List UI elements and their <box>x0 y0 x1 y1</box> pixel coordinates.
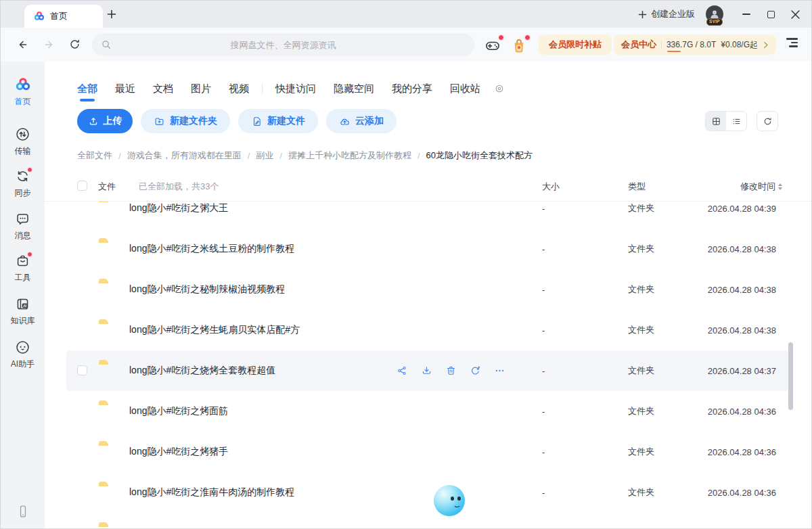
table-row[interactable]: long隐小#吃街之粥大王 <box>45 202 811 229</box>
file-type: 文件夹 <box>628 202 654 214</box>
file-modified: 2026.04.28 04:38 <box>708 285 776 295</box>
file-name[interactable]: long隐小#吃街之烤面筋 <box>129 405 228 417</box>
sidebar-item-label: 消息 <box>15 230 31 242</box>
category-tab[interactable]: 全部 <box>77 83 97 95</box>
tab-home[interactable]: 首页 <box>24 5 103 28</box>
member-center-button[interactable]: 会员中心 336.7G / 8.0T ¥0.08/G起 <box>614 34 776 55</box>
grid-view-button[interactable] <box>706 112 726 131</box>
list-view-button[interactable] <box>726 112 746 131</box>
file-name[interactable]: long隐小#吃街之烤猪手 <box>129 446 228 458</box>
column-type[interactable]: 类型 <box>628 181 646 193</box>
category-tab[interactable]: 文档 <box>153 83 173 95</box>
category-tab[interactable]: 我的分享 <box>392 83 432 95</box>
share-icon[interactable] <box>397 365 408 377</box>
cloud-add-button[interactable]: 云添加 <box>326 109 397 133</box>
new-file-icon <box>251 116 263 127</box>
menu-icon[interactable] <box>786 38 798 47</box>
tab-settings-icon[interactable] <box>494 83 505 94</box>
table-row[interactable]: long隐小#吃街之烤猪手 <box>45 432 811 472</box>
row-actions <box>397 365 505 377</box>
file-modified: 2026.04.28 04:38 <box>708 244 776 254</box>
sidebar-item-messages[interactable]: 消息 <box>1 211 45 242</box>
refresh-button[interactable] <box>757 111 778 131</box>
sidebar-item-sync[interactable]: 同步 <box>1 168 45 199</box>
sidebar-item-transfer[interactable]: 传输 <box>1 127 45 157</box>
category-tab[interactable]: 最近 <box>115 83 135 95</box>
file-size: - <box>542 285 545 295</box>
table-row[interactable]: long隐小#吃街之米线土豆粉的制作教程 <box>45 229 811 269</box>
category-tab[interactable]: 隐藏空间 <box>334 83 374 95</box>
file-name[interactable]: long隐小#吃街之粥大王 <box>129 202 228 214</box>
ai-assistant-icon <box>15 340 30 355</box>
avatar[interactable]: SVIP <box>706 5 723 23</box>
file-name[interactable]: long隐小#吃街之米线土豆粉的制作教程 <box>129 243 294 255</box>
column-modified[interactable]: 修改时间 <box>740 181 782 193</box>
file-name[interactable]: long隐小#吃街之烤生蚝扇贝实体店配#方 <box>129 324 300 336</box>
row-checkbox[interactable] <box>77 365 87 375</box>
sort-icon <box>778 183 782 190</box>
search-input[interactable] <box>92 33 474 56</box>
breadcrumb-item[interactable]: 副业 <box>256 150 273 162</box>
breadcrumb-item[interactable]: 摆摊上千种小吃配方及制作教程 <box>288 150 411 162</box>
scrollbar-thumb[interactable] <box>788 342 793 410</box>
new-tab-button[interactable] <box>106 8 118 20</box>
breadcrumb-item[interactable]: 游戏合集，所有游戏都在里面 <box>127 150 242 162</box>
maximize-button[interactable] <box>759 1 783 28</box>
sidebar-item-ai-assistant[interactable]: AI助手 <box>1 340 45 370</box>
sidebar-item-tools[interactable]: 工具 <box>1 253 45 283</box>
download-icon[interactable] <box>421 365 432 377</box>
file-type: 文件夹 <box>628 365 654 377</box>
category-tab[interactable]: 快捷访问 <box>275 83 316 95</box>
forward-icon[interactable] <box>42 38 55 51</box>
column-file[interactable]: 文件 <box>98 181 116 193</box>
file-name[interactable]: long隐小#吃街之淮南牛肉汤的制作教程 <box>129 486 294 499</box>
sidebar-item-label: 工具 <box>15 272 31 283</box>
file-name[interactable]: long隐小#吃街之秘制辣椒油视频教程 <box>129 283 285 296</box>
category-tab[interactable]: 回收站 <box>450 83 480 95</box>
plus-icon <box>638 10 647 19</box>
breadcrumb-separator: / <box>248 151 250 161</box>
table-row[interactable]: long隐小#吃街之烧烤全套教程超值 <box>45 350 811 391</box>
sidebar-item-knowledge-base[interactable]: AI 知识库 <box>1 296 45 327</box>
reload-icon[interactable] <box>68 38 81 51</box>
table-row[interactable]: long隐小#吃街之烤面筋 <box>45 391 811 432</box>
create-enterprise-button[interactable]: 创建企业版 <box>638 8 695 20</box>
sidebar-item-label: 传输 <box>15 145 31 157</box>
game-icon[interactable] <box>484 37 501 54</box>
more-icon[interactable] <box>494 365 505 377</box>
main-content: 全部最近文档图片视频快捷访问隐藏空间我的分享回收站 上传 <box>45 62 811 528</box>
back-icon[interactable] <box>16 38 30 51</box>
knowledge-base-icon: AI <box>15 296 30 312</box>
new-folder-button[interactable]: 新建文件夹 <box>141 109 230 133</box>
column-size[interactable]: 大小 <box>542 181 560 193</box>
file-modified: 2026.04.28 04:39 <box>708 204 776 214</box>
close-button[interactable] <box>783 1 807 28</box>
divider <box>661 41 662 49</box>
upload-button[interactable]: 上传 <box>77 109 133 133</box>
table-row[interactable]: long隐小#吃街之烤生蚝扇贝实体店配#方 <box>45 310 811 350</box>
category-tab[interactable]: 图片 <box>191 83 211 95</box>
sidebar-item-label: AI助手 <box>11 359 35 370</box>
chevron-right-icon <box>763 41 769 49</box>
file-name[interactable]: long隐小#吃街之烧烤全套教程超值 <box>129 365 275 377</box>
ai-mascot-button[interactable] <box>405 478 493 529</box>
delete-icon[interactable] <box>445 365 457 377</box>
category-tab[interactable]: 视频 <box>229 83 249 95</box>
sidebar-item-home[interactable]: 首页 <box>1 76 45 108</box>
minimize-button[interactable] <box>734 1 759 28</box>
member-subsidy-button[interactable]: 会员限时补贴 <box>539 34 612 55</box>
select-all-checkbox[interactable] <box>77 181 87 191</box>
breadcrumb-item[interactable]: 全部文件 <box>77 150 112 162</box>
gift-bag-icon[interactable] <box>510 37 528 54</box>
upload-label: 上传 <box>104 115 122 127</box>
file-size: - <box>542 244 545 254</box>
file-size: - <box>542 325 545 336</box>
category-tabs: 全部最近文档图片视频快捷访问隐藏空间我的分享回收站 <box>77 78 505 99</box>
mobile-phone-icon[interactable] <box>1 504 45 519</box>
resave-icon[interactable] <box>470 365 481 377</box>
search-bar[interactable] <box>92 33 474 56</box>
member-subsidy-label: 会员限时补贴 <box>549 39 602 51</box>
table-row[interactable]: long隐小#吃街之秘制辣椒油视频教程 <box>45 269 811 310</box>
new-file-button[interactable]: 新建文件 <box>238 109 318 133</box>
breadcrumb-item[interactable]: 60龙隐小吃街全套技术配方 <box>426 150 533 162</box>
